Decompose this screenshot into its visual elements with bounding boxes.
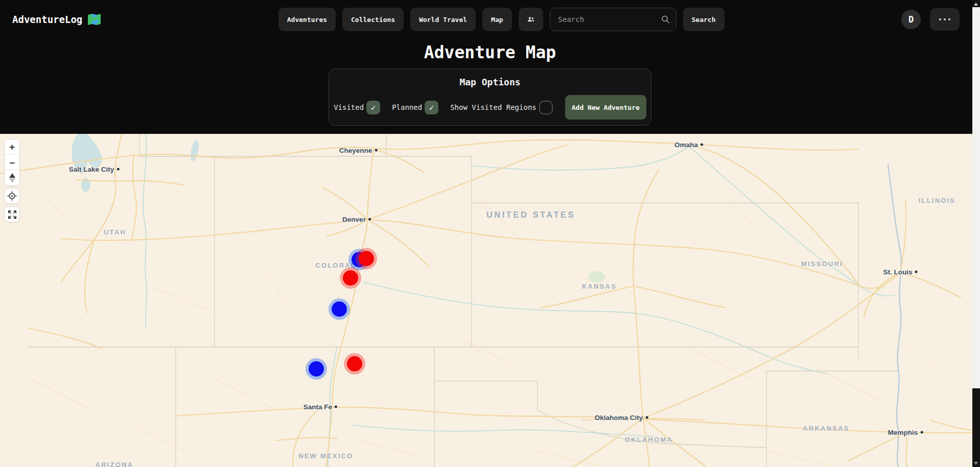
toggle-planned: Planned✓ xyxy=(392,101,438,114)
toggle-label-visited: Visited xyxy=(334,103,364,111)
state-label-utah: UTAH xyxy=(104,228,126,236)
state-label-arkansas: ARKANSAS xyxy=(803,425,849,432)
brand-name: AdventureLog xyxy=(12,14,82,25)
city-label-cheyenne: Cheyenne xyxy=(339,147,378,154)
add-new-adventure-button[interactable]: Add New Adventure xyxy=(565,95,646,120)
nav-links: AdventuresCollectionsWorld TravelMap Sea… xyxy=(278,8,725,31)
map-options-title: Map Options xyxy=(329,77,651,87)
nav-item-map[interactable]: Map xyxy=(482,8,511,31)
checkbox-show-visited-regions[interactable] xyxy=(539,101,553,114)
nav-right: D xyxy=(901,8,960,31)
zoom-in-icon[interactable]: + xyxy=(5,139,19,155)
rivers xyxy=(143,134,894,467)
city-label-omaha: Omaha xyxy=(674,141,703,149)
toggle-label-planned: Planned xyxy=(392,103,422,111)
city-name: Denver xyxy=(342,216,366,223)
fullscreen-icon[interactable] xyxy=(4,206,20,222)
city-dot xyxy=(701,144,703,146)
mississippi-river xyxy=(888,165,901,467)
map-zoom-controls: + − xyxy=(4,139,20,186)
city-dot xyxy=(335,406,337,408)
adventure-marker-red-2[interactable] xyxy=(343,270,358,286)
nav-item-adventures[interactable]: Adventures xyxy=(278,8,336,31)
magnifier-icon xyxy=(661,15,670,24)
geolocate-icon[interactable] xyxy=(4,188,20,204)
city-name: Cheyenne xyxy=(339,147,372,154)
scrollbar-thumb[interactable] xyxy=(972,7,980,388)
map-basemap xyxy=(0,134,972,467)
state-label-new-mexico: NEW MEXICO xyxy=(298,452,353,460)
park-patch xyxy=(589,271,605,283)
adventure-marker-blue-3[interactable] xyxy=(332,301,347,317)
search-wrap xyxy=(550,8,676,31)
avatar[interactable]: D xyxy=(901,10,921,29)
city-label-salt-lake-city: Salt Lake City xyxy=(69,166,120,173)
scroll-up-icon[interactable] xyxy=(974,3,978,6)
city-label-denver: Denver xyxy=(342,216,371,223)
avatar-initial: D xyxy=(908,14,914,25)
checkbox-visited[interactable]: ✓ xyxy=(366,101,380,114)
page-scrollbar xyxy=(972,0,980,467)
nav-item-collections[interactable]: Collections xyxy=(342,8,404,31)
nav-item-world-travel[interactable]: World Travel xyxy=(410,8,476,31)
city-dot xyxy=(920,431,923,434)
search-input[interactable] xyxy=(550,8,676,31)
users-icon[interactable] xyxy=(519,8,543,31)
city-dot xyxy=(375,149,377,152)
search-button[interactable]: Search xyxy=(683,8,725,31)
brand-logo[interactable]: AdventureLog xyxy=(12,13,101,26)
city-label-oklahoma-city: Oklahoma City xyxy=(595,414,648,422)
adventure-marker-red-4[interactable] xyxy=(347,356,362,371)
state-label-kansas: KANSAS xyxy=(582,283,617,290)
city-name: Oklahoma City xyxy=(595,414,643,422)
city-label-st-louis: St. Louis xyxy=(883,268,918,276)
city-name: Santa Fe xyxy=(304,403,332,411)
city-name: Omaha xyxy=(674,141,698,149)
navbar: AdventureLog AdventuresCollectionsWorld … xyxy=(0,0,980,39)
toggle-visited: Visited✓ xyxy=(334,101,380,114)
checkbox-planned[interactable]: ✓ xyxy=(425,101,438,114)
city-dot xyxy=(368,218,371,221)
map-options-card: Map Options Visited✓Planned✓Show Visited… xyxy=(329,68,651,126)
folded-map-icon xyxy=(87,13,101,26)
state-label-illinois: ILLINOIS xyxy=(919,197,956,204)
toggle-label-show-visited-regions: Show Visited Regions xyxy=(450,103,536,111)
compass-icon[interactable] xyxy=(5,170,19,185)
map-options-toggles: Visited✓Planned✓Show Visited RegionsAdd … xyxy=(329,95,651,120)
state-label-missouri: MISSOURI xyxy=(801,260,843,268)
scroll-down-icon[interactable] xyxy=(974,462,978,465)
city-name: Memphis xyxy=(888,429,918,436)
city-name: St. Louis xyxy=(883,268,913,276)
major-roads xyxy=(0,134,972,467)
city-label-santa-fe: Santa Fe xyxy=(304,403,337,411)
toggle-show-visited-regions: Show Visited Regions xyxy=(450,101,553,114)
page-title: Adventure Map xyxy=(0,41,980,64)
city-dot xyxy=(116,168,119,171)
city-dot xyxy=(915,271,918,273)
country-label-united-states: UNITED STATES xyxy=(486,210,575,220)
state-label-arizona: ARIZONA xyxy=(96,461,134,467)
adventure-marker-red-1[interactable] xyxy=(359,251,374,266)
zoom-out-icon[interactable]: − xyxy=(5,155,19,170)
ellipsis-icon[interactable] xyxy=(930,8,960,31)
city-dot xyxy=(645,416,648,419)
state-label-oklahoma: OKLAHOMA xyxy=(625,436,673,443)
city-label-memphis: Memphis xyxy=(888,429,923,436)
minor-roads xyxy=(31,185,940,465)
map-canvas[interactable]: Salt Lake CityCheyenneDenverOmahaSt. Lou… xyxy=(0,134,972,467)
adventure-marker-blue-5[interactable] xyxy=(309,361,324,377)
city-name: Salt Lake City xyxy=(69,166,114,173)
